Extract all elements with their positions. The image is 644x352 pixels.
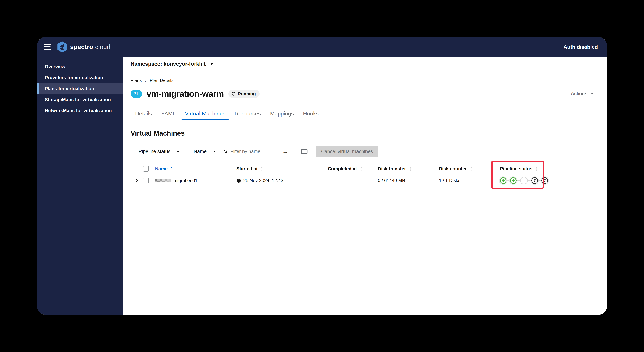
table-row: -migration01 25 Nov 2024, 12:43 bbox=[130, 174, 600, 187]
sidebar-item-label: Providers for virtualization bbox=[45, 75, 103, 80]
status-badge: Running bbox=[228, 90, 260, 98]
completed-at-cell: - bbox=[328, 178, 378, 183]
column-header-name[interactable]: Name bbox=[155, 166, 236, 171]
started-at-cell: 25 Nov 2024, 12:43 bbox=[236, 178, 328, 183]
actions-button[interactable]: Actions bbox=[566, 88, 599, 99]
tab-virtual-machines[interactable]: Virtual Machines bbox=[180, 107, 230, 120]
chevron-down-icon bbox=[213, 150, 216, 152]
sort-ascending-icon bbox=[170, 167, 174, 171]
sync-icon bbox=[231, 92, 236, 96]
search-field bbox=[220, 145, 279, 157]
expand-row-button[interactable] bbox=[135, 179, 139, 183]
section-title: Virtual Machines bbox=[130, 129, 607, 137]
status-badge-label: Running bbox=[238, 91, 256, 96]
sidebar-item-overview[interactable]: Overview bbox=[37, 61, 123, 72]
column-header-disk-transfer[interactable]: Disk transfer bbox=[378, 166, 439, 171]
arrow-right-icon: → bbox=[282, 148, 288, 155]
brand-name-primary: spectro bbox=[70, 43, 93, 51]
completed-at-value: - bbox=[328, 178, 329, 183]
chevron-right-icon bbox=[135, 179, 139, 183]
tab-details[interactable]: Details bbox=[130, 107, 156, 120]
hamburger-menu-button[interactable] bbox=[44, 44, 50, 50]
chevron-down-icon bbox=[177, 150, 180, 152]
row-expand-cell bbox=[130, 179, 143, 183]
breadcrumb-separator-icon: › bbox=[145, 78, 146, 83]
tab-yaml[interactable]: YAML bbox=[156, 107, 180, 120]
sort-icon bbox=[360, 166, 363, 171]
namespace-label: Namespace: konveyor-forklift bbox=[130, 61, 206, 67]
spectro-cloud-logo-icon bbox=[57, 41, 68, 53]
toolbar: Pipeline status Name bbox=[123, 145, 607, 157]
sidebar-nav: Overview Providers for virtualization Pl… bbox=[37, 57, 123, 315]
select-all-checkbox[interactable] bbox=[143, 166, 149, 171]
disk-counter-value: 1 / 1 Disks bbox=[439, 178, 460, 183]
pipeline-step-empty bbox=[520, 177, 528, 185]
pipeline-step-completed bbox=[510, 177, 516, 184]
select-all-cell bbox=[143, 166, 155, 171]
column-header-pipeline-status[interactable]: Pipeline status bbox=[492, 166, 600, 171]
sort-icon bbox=[535, 166, 538, 171]
pipeline-track bbox=[500, 177, 548, 185]
search-group: Name → bbox=[189, 145, 292, 157]
disk-counter-cell: 1 / 1 Disks bbox=[439, 178, 492, 183]
virtual-machines-table: Name Started at Completed at bbox=[123, 163, 607, 187]
tab-hooks[interactable]: Hooks bbox=[298, 107, 323, 120]
search-input[interactable] bbox=[230, 149, 276, 154]
sidebar-item-label: NetworkMaps for virtualization bbox=[45, 108, 112, 113]
column-header-completed-at[interactable]: Completed at bbox=[328, 166, 378, 171]
brand: spectro cloud bbox=[57, 41, 110, 53]
sidebar-item-providers[interactable]: Providers for virtualization bbox=[37, 72, 123, 83]
plan-type-badge: PL bbox=[130, 90, 142, 98]
app-window: spectro cloud Auth disabled Overview Pro… bbox=[37, 37, 607, 315]
breadcrumb-item-plan-details: Plan Details bbox=[150, 78, 174, 83]
manage-columns-icon bbox=[301, 148, 308, 155]
sidebar-item-storagemaps[interactable]: StorageMaps for virtualization bbox=[37, 94, 123, 105]
row-select-cell bbox=[143, 178, 155, 183]
filter-attribute-label: Name bbox=[194, 149, 207, 154]
pipeline-status-filter-label: Pipeline status bbox=[138, 149, 170, 154]
tab-resources[interactable]: Resources bbox=[230, 107, 266, 120]
filter-attribute-select[interactable]: Name bbox=[189, 145, 220, 157]
row-checkbox[interactable] bbox=[143, 178, 149, 183]
chevron-down-icon bbox=[591, 93, 594, 95]
pipeline-connector bbox=[506, 180, 510, 181]
hourglass-icon bbox=[543, 179, 546, 183]
column-header-started-at[interactable]: Started at bbox=[236, 166, 328, 171]
page-title: vm-migration-warm bbox=[146, 89, 224, 99]
pipeline-connector bbox=[516, 180, 520, 181]
breadcrumb: Plans › Plan Details bbox=[130, 78, 599, 83]
title-row: PL vm-migration-warm Running Actions bbox=[130, 88, 599, 99]
sidebar-item-label: Plans for virtualization bbox=[45, 86, 94, 91]
sidebar-item-networkmaps[interactable]: NetworkMaps for virtualization bbox=[37, 105, 123, 116]
disk-transfer-cell: 0 / 61440 MB bbox=[378, 178, 439, 183]
pipeline-status-cell bbox=[492, 177, 600, 185]
app-header: spectro cloud Auth disabled bbox=[37, 37, 607, 57]
sidebar-item-plans[interactable]: Plans for virtualization bbox=[37, 83, 123, 94]
sort-icon bbox=[409, 166, 412, 171]
breadcrumb-item-plans[interactable]: Plans bbox=[130, 78, 142, 83]
table-header-row: Name Started at Completed at bbox=[130, 163, 600, 174]
tab-bar: Details YAML Virtual Machines Resources … bbox=[123, 107, 607, 120]
sidebar-item-label: Overview bbox=[45, 64, 65, 69]
globe-icon bbox=[236, 178, 241, 183]
column-header-disk-counter[interactable]: Disk counter bbox=[439, 166, 492, 171]
page-head: Plans › Plan Details PL vm-migration-war… bbox=[123, 71, 607, 99]
cancel-virtual-machines-button[interactable]: Cancel virtual machines bbox=[316, 145, 378, 157]
chevron-down-icon bbox=[210, 63, 214, 65]
started-at-value: 25 Nov 2024, 12:43 bbox=[243, 178, 284, 183]
disk-transfer-value: 0 / 61440 MB bbox=[378, 178, 405, 183]
namespace-selector[interactable]: Namespace: konveyor-forklift bbox=[130, 61, 214, 67]
pipeline-step-pending bbox=[531, 177, 538, 184]
tab-mappings[interactable]: Mappings bbox=[266, 107, 298, 120]
vm-name-cell: -migration01 bbox=[155, 178, 236, 183]
pipeline-status-filter-select[interactable]: Pipeline status bbox=[134, 145, 184, 157]
pipeline-step-pending bbox=[542, 177, 548, 184]
manage-columns-button[interactable] bbox=[301, 148, 308, 155]
pipeline-connector bbox=[538, 180, 542, 181]
body-row: Overview Providers for virtualization Pl… bbox=[37, 57, 607, 315]
search-submit-button[interactable]: → bbox=[279, 145, 292, 157]
sidebar-item-label: StorageMaps for virtualization bbox=[45, 97, 111, 102]
sort-icon bbox=[260, 166, 264, 171]
pipeline-connector bbox=[528, 180, 531, 181]
content-spacer bbox=[123, 187, 607, 315]
